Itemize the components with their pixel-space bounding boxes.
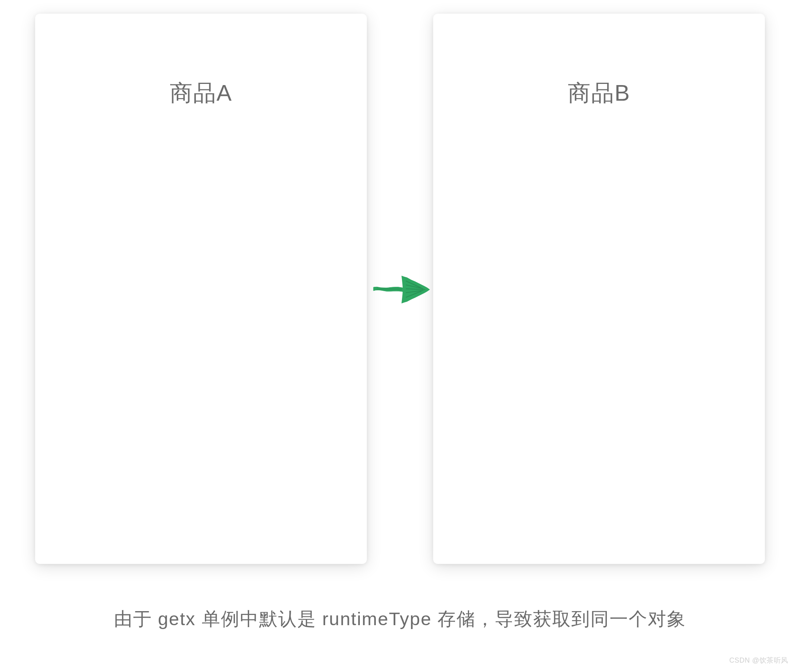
diagram-caption: 由于 getx 单例中默认是 runtimeType 存储，导致获取到同一个对象 bbox=[114, 607, 686, 631]
arrow-right-icon bbox=[365, 265, 435, 312]
arrow-container bbox=[361, 261, 439, 316]
panel-left: 商品A bbox=[35, 14, 367, 564]
panel-right: 商品B bbox=[433, 14, 765, 564]
panel-left-title: 商品A bbox=[170, 78, 233, 564]
panel-right-title: 商品B bbox=[568, 78, 631, 564]
watermark: CSDN @饮茶听风 bbox=[729, 656, 788, 665]
diagram-container: 商品A 商品B 由于 getx 单例中默认是 runtimeType 存储 bbox=[0, 0, 800, 672]
panels-row: 商品A 商品B bbox=[0, 14, 800, 564]
